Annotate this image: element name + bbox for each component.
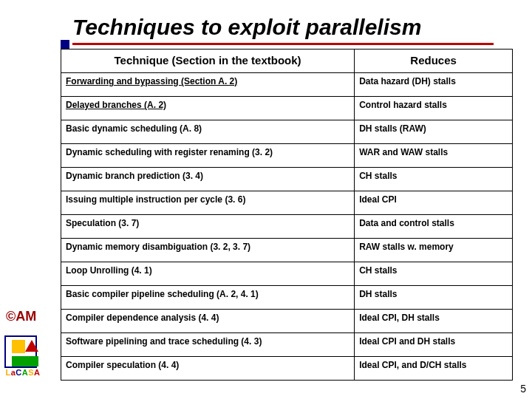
- cell-technique: Compiler speculation (4. 4): [61, 357, 355, 381]
- logo-letter: A: [22, 368, 28, 377]
- table-row: Compiler dependence analysis (4. 4)Ideal…: [61, 310, 513, 333]
- table-header-row: Technique (Section in the textbook) Redu…: [61, 50, 513, 73]
- cell-reduces: Ideal CPI and DH stalls: [355, 333, 513, 357]
- table-row: Software pipelining and trace scheduling…: [61, 333, 513, 357]
- cell-technique: Dynamic scheduling with register renamin…: [61, 144, 355, 168]
- cell-technique: Dynamic branch prediction (3. 4): [61, 168, 355, 191]
- logo-letter: S: [28, 368, 34, 377]
- techniques-table: Technique (Section in the textbook) Redu…: [61, 49, 513, 381]
- cell-reduces: Data hazard (DH) stalls: [355, 73, 513, 97]
- cell-technique: Software pipelining and trace scheduling…: [61, 333, 355, 357]
- cell-technique: Speculation (3. 7): [61, 215, 355, 239]
- cell-reduces: Ideal CPI: [355, 191, 513, 215]
- slide-title: Techniques to exploit parallelism: [72, 15, 494, 45]
- page-number: 5: [520, 383, 526, 395]
- slide: Techniques to exploit parallelism Techni…: [0, 0, 532, 399]
- logo-letter: C: [16, 368, 21, 377]
- header-reduces: Reduces: [355, 50, 513, 73]
- cell-reduces: Ideal CPI, and D/CH stalls: [355, 357, 513, 381]
- cell-reduces: WAR and WAW stalls: [355, 144, 513, 168]
- cell-technique: Basic dynamic scheduling (A. 8): [61, 120, 355, 144]
- cell-reduces: Ideal CPI, DH stalls: [355, 310, 513, 333]
- title-bullet-icon: [61, 40, 69, 49]
- table-row: Delayed branches (A. 2)Control hazard st…: [61, 97, 513, 120]
- table-row: Loop Unrolling (4. 1)CH stalls: [61, 262, 513, 286]
- table-row: Issuing multiple instruction per cycle (…: [61, 191, 513, 215]
- logo-bar-icon: [12, 356, 38, 366]
- cell-technique: Loop Unrolling (4. 1): [61, 262, 355, 286]
- cell-technique: Delayed branches (A. 2): [61, 97, 355, 120]
- table-row: Dynamic branch prediction (3. 4)CH stall…: [61, 168, 513, 191]
- cell-reduces: CH stalls: [355, 262, 513, 286]
- cell-reduces: DH stalls: [355, 286, 513, 310]
- table-row: Basic compiler pipeline scheduling (A. 2…: [61, 286, 513, 310]
- cell-technique: Issuing multiple instruction per cycle (…: [61, 191, 355, 215]
- table-row: Forwarding and bypassing (Section A. 2)D…: [61, 73, 513, 97]
- logo-letter: L: [5, 368, 10, 377]
- logo-square-icon: [12, 340, 25, 353]
- logo-letter: A: [34, 368, 40, 377]
- lacasa-logo: LaCASA: [1, 335, 40, 377]
- cell-reduces: RAW stalls w. memory: [355, 239, 513, 262]
- cell-reduces: DH stalls (RAW): [355, 120, 513, 144]
- table-row: Dynamic scheduling with register renamin…: [61, 144, 513, 168]
- cell-technique: Basic compiler pipeline scheduling (A. 2…: [61, 286, 355, 310]
- table-row: Basic dynamic scheduling (A. 8)DH stalls…: [61, 120, 513, 144]
- header-technique: Technique (Section in the textbook): [61, 50, 355, 73]
- cell-reduces: Control hazard stalls: [355, 97, 513, 120]
- cell-technique: Dynamic memory disambiguation (3. 2, 3. …: [61, 239, 355, 262]
- cell-technique: Compiler dependence analysis (4. 4): [61, 310, 355, 333]
- logo-triangle-icon: [25, 340, 38, 352]
- logo-text: LaCASA: [1, 368, 44, 377]
- cell-reduces: Data and control stalls: [355, 215, 513, 239]
- cell-reduces: CH stalls: [355, 168, 513, 191]
- table-row: Dynamic memory disambiguation (3. 2, 3. …: [61, 239, 513, 262]
- copyright-mark: ©AM: [6, 309, 36, 324]
- table-row: Speculation (3. 7)Data and control stall…: [61, 215, 513, 239]
- cell-technique: Forwarding and bypassing (Section A. 2): [61, 73, 355, 97]
- table-row: Compiler speculation (4. 4)Ideal CPI, an…: [61, 357, 513, 381]
- logo-frame-icon: [4, 335, 37, 368]
